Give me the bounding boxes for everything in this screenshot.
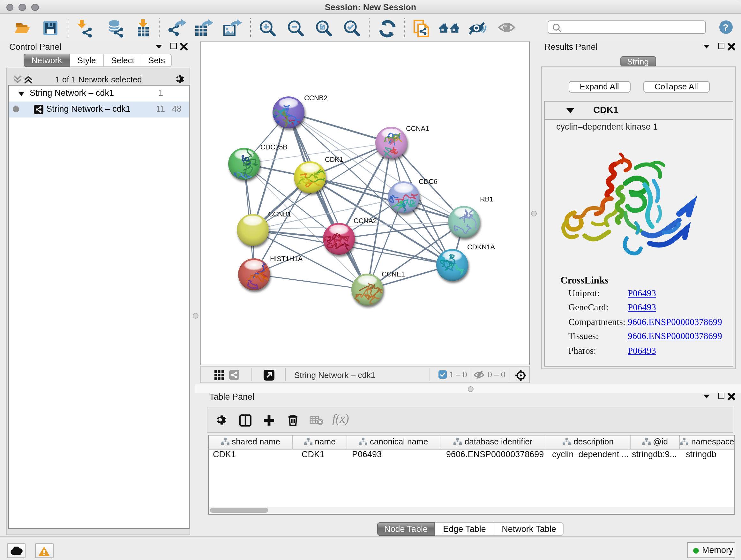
svg-text:CCNA1: CCNA1: [406, 125, 429, 132]
svg-text:CCNB1: CCNB1: [268, 210, 291, 218]
svg-text:CCNB2: CCNB2: [304, 94, 327, 102]
svg-text:CDK1: CDK1: [325, 155, 343, 164]
svg-text:CCNA2: CCNA2: [354, 217, 377, 225]
svg-text:RB1: RB1: [480, 195, 493, 203]
svg-text:CCNE1: CCNE1: [382, 270, 405, 278]
svg-text:CDKN1A: CDKN1A: [467, 243, 495, 251]
svg-text:HIST1H1A: HIST1H1A: [270, 255, 303, 263]
svg-text:CDC25B: CDC25B: [260, 143, 287, 151]
svg-text:CDC6: CDC6: [419, 178, 437, 186]
